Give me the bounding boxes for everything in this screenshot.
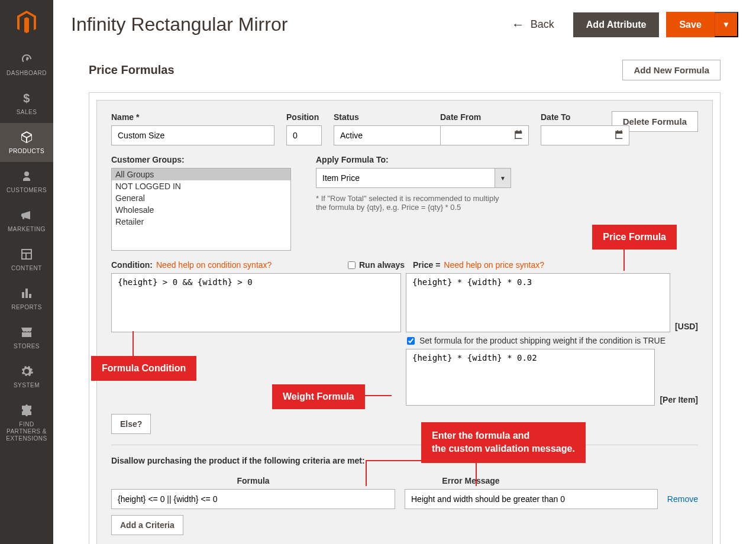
criteria-formula-input[interactable]	[111, 489, 395, 509]
group-option[interactable]: Retailer	[112, 216, 290, 228]
condition-help-link[interactable]: Need help on condition syntax?	[156, 260, 272, 270]
weight-textarea[interactable]	[406, 349, 655, 406]
else-button[interactable]: Else?	[111, 414, 151, 434]
price-label: Price =	[413, 260, 440, 270]
usd-label: [USD]	[675, 322, 698, 332]
nav-content[interactable]: CONTENT	[0, 240, 53, 279]
page-header: Infinity Rectangular Mirror ← Back Add A…	[71, 0, 738, 54]
price-help-link[interactable]: Need help on price syntax?	[444, 260, 544, 270]
nav-partners[interactable]: FIND PARTNERS & EXTENSIONS	[0, 396, 53, 449]
remove-criteria-link[interactable]: Remove	[667, 494, 698, 504]
weight-formula-label: Set formula for the product shipping wei…	[419, 336, 665, 345]
section-header: Price Formulas Add New Formula	[71, 54, 738, 92]
megaphone-icon	[20, 208, 34, 222]
magento-logo[interactable]	[0, 0, 53, 45]
main-content: Infinity Rectangular Mirror ← Back Add A…	[53, 0, 756, 544]
name-label: Name *	[111, 112, 274, 122]
formula-panel: Delete Formula Name * Position Status	[89, 92, 721, 544]
dollar-icon: $	[20, 91, 34, 105]
calendar-icon[interactable]	[614, 129, 625, 142]
bars-icon	[20, 286, 34, 300]
apply-to-label: Apply Formula To:	[316, 155, 511, 164]
position-label: Position	[286, 112, 322, 122]
nav-customers[interactable]: CUSTOMERS	[0, 162, 53, 201]
puzzle-icon	[20, 403, 34, 417]
callout-formula-condition: Formula Condition	[91, 356, 196, 381]
criteria-error-input[interactable]	[405, 489, 658, 509]
cube-icon	[20, 130, 34, 144]
gauge-icon	[20, 52, 34, 66]
apply-to-hint: * If "Row Total" selected it is recommen…	[316, 194, 511, 212]
add-formula-button[interactable]: Add New Formula	[622, 60, 721, 80]
admin-sidebar: DASHBOARD $ SALES PRODUCTS CUSTOMERS MAR…	[0, 0, 53, 544]
magento-icon	[16, 11, 37, 34]
svg-text:$: $	[23, 92, 30, 105]
customer-groups-label: Customer Groups:	[111, 155, 291, 164]
callout-weight-formula: Weight Formula	[272, 384, 365, 409]
nav-products[interactable]: PRODUCTS	[0, 123, 53, 162]
condition-textarea[interactable]	[111, 273, 401, 332]
group-option[interactable]: General	[112, 192, 290, 204]
formula-panel-inner: Delete Formula Name * Position Status	[96, 100, 713, 544]
date-from-label: Date From	[440, 112, 529, 122]
save-dropdown-toggle[interactable]: ▼	[715, 12, 738, 37]
error-column-label: Error Message	[395, 472, 547, 489]
price-textarea[interactable]	[406, 273, 670, 332]
store-icon	[20, 325, 34, 339]
save-button[interactable]: Save	[666, 12, 714, 37]
nav-sales[interactable]: $ SALES	[0, 84, 53, 123]
save-button-group: Save ▼	[666, 12, 738, 37]
nav-dashboard[interactable]: DASHBOARD	[0, 45, 53, 84]
status-label: Status	[334, 112, 405, 122]
formula-column-label: Formula	[111, 472, 395, 489]
add-criteria-button[interactable]: Add a Criteria	[111, 515, 183, 535]
callout-price-formula: Price Formula	[592, 225, 677, 250]
calendar-icon[interactable]	[513, 129, 524, 142]
caret-down-icon: ▼	[500, 175, 506, 182]
run-always-checkbox[interactable]	[348, 261, 356, 269]
caret-down-icon: ▼	[722, 20, 730, 29]
callout-enter-formula: Enter the formula and the custom validat…	[421, 422, 586, 463]
nav-stores[interactable]: STORES	[0, 318, 53, 357]
section-title: Price Formulas	[89, 63, 175, 77]
person-icon	[20, 169, 34, 183]
group-option[interactable]: All Groups	[112, 169, 290, 180]
arrow-left-icon: ←	[512, 17, 525, 33]
page-title: Infinity Rectangular Mirror	[71, 14, 287, 35]
weight-formula-checkbox[interactable]	[407, 337, 415, 345]
nav-marketing[interactable]: MARKETING	[0, 201, 53, 240]
gear-icon	[20, 364, 34, 378]
add-attribute-button[interactable]: Add Attribute	[573, 12, 660, 37]
group-option[interactable]: Wholesale	[112, 204, 290, 216]
nav-reports[interactable]: REPORTS	[0, 279, 53, 318]
run-always-label: Run always	[359, 260, 405, 270]
apply-to-select[interactable]	[316, 168, 495, 188]
customer-groups-listbox[interactable]: All Groups NOT LOGGED IN General Wholesa…	[111, 168, 291, 251]
back-button[interactable]: ← Back	[512, 17, 554, 33]
nav-system[interactable]: SYSTEM	[0, 357, 53, 396]
condition-label: Condition:	[111, 260, 153, 270]
group-option[interactable]: NOT LOGGED IN	[112, 180, 290, 192]
position-input[interactable]	[286, 125, 322, 145]
status-select[interactable]	[334, 125, 450, 145]
header-actions: ← Back Add Attribute Save ▼	[512, 12, 738, 37]
name-input[interactable]	[111, 125, 274, 145]
per-item-label: [Per Item]	[660, 395, 698, 406]
apply-to-dropdown-toggle[interactable]: ▼	[495, 168, 511, 188]
layout-icon	[20, 247, 34, 261]
